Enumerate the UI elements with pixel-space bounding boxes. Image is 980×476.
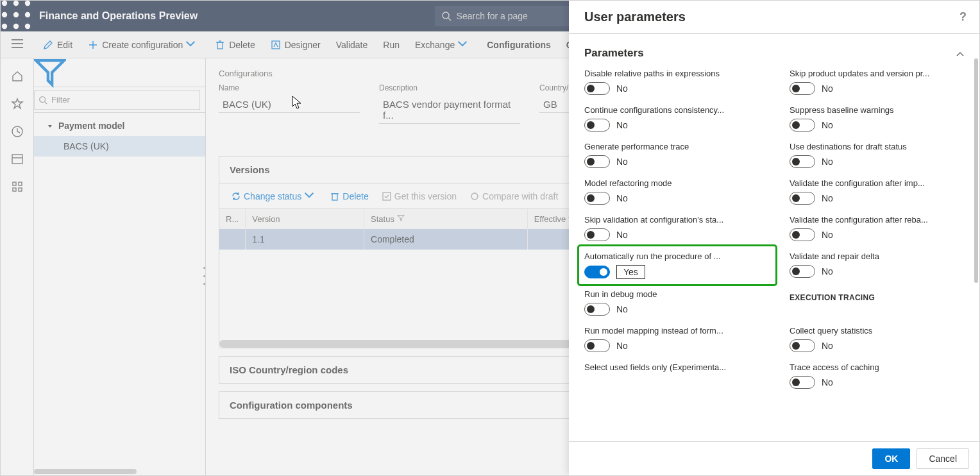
name-value[interactable]: BACS (UK): [219, 96, 360, 113]
svg-rect-26: [13, 188, 16, 191]
col-r[interactable]: R...: [219, 209, 246, 229]
svg-point-1: [13, 1, 19, 6]
col-status-label: Status: [371, 214, 394, 224]
param-label: Run in debug mode: [584, 289, 770, 299]
toggle[interactable]: [584, 266, 610, 278]
param-disable-relative-paths: Disable relative paths in expressions No: [584, 69, 770, 95]
cancel-button[interactable]: Cancel: [917, 448, 969, 469]
version-delete-button[interactable]: Delete: [325, 189, 373, 204]
toggle[interactable]: [790, 82, 815, 95]
svg-point-2: [25, 1, 30, 6]
execution-tracing-header: EXECUTION TRACING: [790, 289, 976, 316]
toggle[interactable]: [584, 155, 610, 168]
toggle[interactable]: [790, 339, 815, 352]
nav-toggle-icon[interactable]: [1, 39, 34, 50]
toggle[interactable]: [584, 192, 610, 205]
parameters-section-label: Parameters: [584, 47, 644, 60]
param-suppress-baseline: Suppress baseline warnings No: [790, 105, 976, 132]
param-skip-product-updates: Skip product updates and version pr... N…: [790, 69, 976, 95]
toggle[interactable]: [584, 228, 610, 241]
validate-label: Validate: [336, 40, 368, 50]
run-button[interactable]: Run: [375, 31, 407, 58]
plus-icon: [88, 40, 98, 50]
svg-marker-37: [397, 216, 404, 221]
change-status-button[interactable]: Change status: [226, 187, 322, 205]
create-label: Create configuration: [102, 40, 183, 50]
recents-icon[interactable]: [11, 125, 24, 140]
tree-scroll[interactable]: [34, 469, 205, 474]
param-generate-trace: Generate performance trace No: [584, 142, 770, 168]
panel-scrollbar[interactable]: [974, 58, 978, 283]
param-continue-consistency: Continue configurations consistency... N…: [584, 105, 770, 132]
toggle-value: No: [616, 304, 628, 314]
parameters-section-header[interactable]: Parameters: [584, 43, 976, 69]
toggle-value: No: [616, 341, 628, 351]
param-label: Skip validation at configuration's sta..…: [584, 215, 770, 225]
designer-icon: [271, 40, 281, 50]
toggle[interactable]: [790, 376, 815, 389]
chevron-down-icon: [304, 190, 317, 202]
edit-label: Edit: [57, 40, 72, 50]
compare-button: Compare with draft: [464, 189, 563, 204]
toggle-value: No: [616, 193, 628, 203]
param-select-used-fields: Select used fields only (Experimenta...: [584, 362, 770, 389]
svg-marker-28: [36, 60, 64, 85]
designer-label: Designer: [285, 40, 321, 50]
param-label: Run model mapping instead of form...: [584, 326, 770, 336]
configurations-label: Configurations: [487, 40, 551, 50]
filter-input[interactable]: Filter: [34, 90, 200, 110]
svg-point-5: [25, 12, 30, 17]
param-label: Validate the configuration after imp...: [790, 178, 976, 188]
ok-button[interactable]: OK: [872, 448, 910, 469]
search-placeholder: Search for a page: [457, 11, 528, 21]
param-destinations-draft: Use destinations for draft status No: [790, 142, 976, 168]
modules-icon[interactable]: [11, 180, 24, 195]
workspaces-icon[interactable]: [11, 153, 24, 167]
param-label: Automatically run the procedure of ...: [584, 251, 770, 261]
toggle[interactable]: [584, 339, 610, 352]
col-version[interactable]: Version: [246, 209, 364, 229]
get-version-button: Get this version: [376, 189, 462, 204]
delete-label: Delete: [229, 40, 255, 50]
app-launcher-icon[interactable]: [1, 0, 31, 33]
param-run-model-mapping: Run model mapping instead of form... No: [584, 326, 770, 352]
get-version-label: Get this version: [394, 191, 457, 201]
param-label: Skip product updates and version pr...: [790, 69, 976, 78]
svg-point-32: [40, 96, 46, 102]
trash-icon: [215, 40, 225, 50]
svg-rect-34: [332, 194, 337, 200]
param-label: Disable relative paths in expressions: [584, 69, 770, 78]
toggle[interactable]: [584, 303, 610, 316]
filter-icon[interactable]: [34, 58, 66, 87]
favorites-icon[interactable]: [11, 98, 24, 112]
configurations-tab[interactable]: Configurations: [479, 31, 559, 58]
description-value[interactable]: BACS vendor payment format f...: [379, 96, 520, 124]
validate-button[interactable]: Validate: [328, 31, 376, 58]
toggle[interactable]: [790, 119, 815, 132]
toggle[interactable]: [584, 119, 610, 132]
chevron-down-icon: ▼: [47, 123, 53, 128]
designer-button[interactable]: Designer: [263, 31, 328, 58]
toggle[interactable]: [790, 192, 815, 205]
toggle[interactable]: [790, 155, 815, 168]
create-config-button[interactable]: Create configuration: [80, 31, 207, 58]
help-icon[interactable]: ?: [959, 10, 967, 24]
toggle[interactable]: [790, 265, 815, 278]
tree-node-root[interactable]: ▼ Payment model: [34, 115, 205, 136]
svg-rect-25: [19, 182, 22, 185]
toggle[interactable]: [790, 228, 815, 241]
col-status[interactable]: Status: [364, 209, 528, 229]
home-icon[interactable]: [11, 70, 24, 85]
tree-node-child-selected[interactable]: BACS (UK): [34, 136, 205, 157]
delete-button[interactable]: Delete: [207, 31, 262, 58]
toggle-value: Yes: [616, 265, 645, 279]
param-label: Select used fields only (Experimenta...: [584, 362, 770, 372]
param-validate-repair-delta: Validate and repair delta No: [790, 251, 976, 279]
toggle[interactable]: [584, 82, 610, 95]
param-label: Model refactoring mode: [584, 178, 770, 188]
toggle-value: No: [616, 157, 628, 167]
exchange-button[interactable]: Exchange: [407, 31, 479, 58]
edit-button[interactable]: Edit: [35, 31, 80, 58]
param-validate-after-imp: Validate the configuration after imp... …: [790, 178, 976, 205]
svg-rect-22: [12, 155, 22, 164]
